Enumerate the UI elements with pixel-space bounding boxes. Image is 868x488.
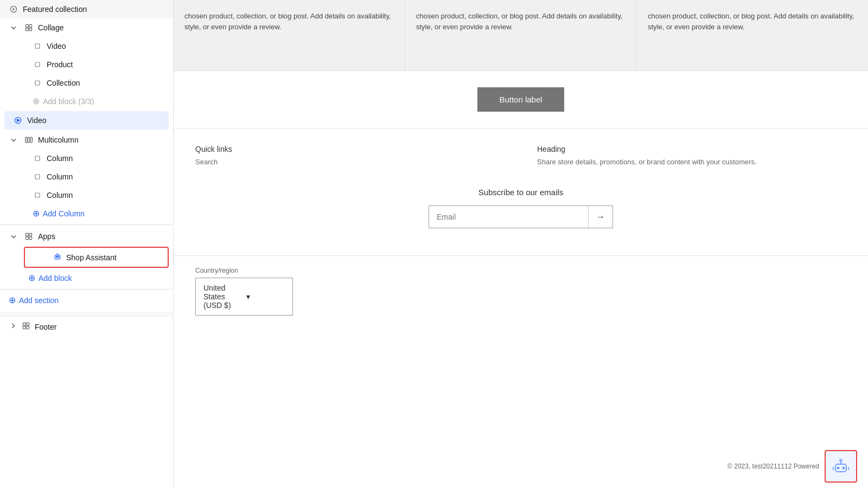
footer-label: Footer <box>35 323 56 331</box>
card-3: chosen product, collection, or blog post… <box>637 0 868 70</box>
svg-point-30 <box>840 459 842 461</box>
bracket-icon-col3 <box>33 190 42 200</box>
plus-circle-icon-block: ⊕ <box>28 273 35 283</box>
email-row: → <box>429 206 613 228</box>
sidebar-item-column1[interactable]: Column <box>0 149 173 168</box>
quick-links-heading: Quick links <box>195 145 505 153</box>
copyright-text: © 2023, test20211112 Powered <box>727 463 819 470</box>
main-content: chosen product, collection, or blog post… <box>174 0 868 488</box>
add-column-button[interactable]: ⊕ Add Column <box>0 204 173 222</box>
add-section-button[interactable]: ⊕ Add section <box>0 289 173 311</box>
svg-rect-14 <box>35 175 40 179</box>
bracket-icon-col2 <box>33 172 42 182</box>
svg-rect-13 <box>35 156 40 160</box>
footer-columns: Quick links Search Heading Share store d… <box>195 145 846 166</box>
svg-rect-23 <box>23 323 25 325</box>
svg-rect-19 <box>29 237 32 240</box>
button-label-btn[interactable]: Button label <box>477 87 564 112</box>
button-label-section: Button label <box>174 71 868 129</box>
svg-rect-24 <box>27 323 29 325</box>
robot-icon <box>53 252 62 262</box>
shop-assistant-label: Shop Assistant <box>66 253 117 262</box>
column1-label: Column <box>47 154 73 163</box>
svg-marker-9 <box>17 119 20 122</box>
heading-desc: Share store details, promotions, or bran… <box>537 158 846 166</box>
sidebar-item-product-child[interactable]: Product <box>0 55 173 74</box>
bracket-icon-collection <box>33 78 42 88</box>
svg-rect-26 <box>27 326 29 329</box>
svg-rect-2 <box>29 24 32 27</box>
sidebar-item-featured-collection[interactable]: Featured collection <box>0 0 173 18</box>
subscribe-title: Subscribe to our emails <box>195 188 846 197</box>
plus-circle-disabled-icon: ⊕ <box>33 96 40 106</box>
svg-rect-11 <box>28 137 29 143</box>
country-section: Country/region United States (USD $) ▾ <box>174 256 868 321</box>
svg-rect-6 <box>35 62 40 67</box>
plus-circle-icon-column: ⊕ <box>33 208 40 219</box>
svg-rect-1 <box>25 24 28 27</box>
svg-rect-4 <box>29 28 32 31</box>
circle-play-icon <box>13 115 23 125</box>
footer-content-section: Quick links Search Heading Share store d… <box>174 129 868 256</box>
svg-rect-16 <box>25 233 28 236</box>
cards-section: chosen product, collection, or blog post… <box>174 0 868 71</box>
svg-point-29 <box>843 467 845 470</box>
email-input[interactable] <box>429 206 588 228</box>
robot-widget[interactable] <box>825 450 857 483</box>
email-submit-button[interactable]: → <box>588 206 612 228</box>
chevron-down-icon <box>9 23 18 33</box>
sidebar: Featured collection Collage Video <box>0 0 174 488</box>
country-value: United States (USD $) <box>203 284 242 310</box>
sidebar-item-collection-child[interactable]: Collection <box>0 74 173 92</box>
chevron-down-icon-country: ▾ <box>246 292 285 301</box>
subscribe-section: Subscribe to our emails → <box>195 182 846 239</box>
sidebar-item-apps[interactable]: Apps <box>0 227 173 246</box>
sidebar-item-column3[interactable]: Column <box>0 186 173 204</box>
video-child-label: Video <box>47 42 66 50</box>
sidebar-item-multicolumn[interactable]: Multicolumn <box>0 131 173 149</box>
column2-label: Column <box>47 172 73 181</box>
grid-icon <box>24 23 34 33</box>
bracket-icon-video <box>33 41 42 51</box>
sidebar-item-collage[interactable]: Collage <box>0 18 173 37</box>
collection-child-label: Collection <box>47 79 80 87</box>
search-link[interactable]: Search <box>195 158 505 166</box>
svg-rect-10 <box>25 137 27 143</box>
copyright-bar: © 2023, test20211112 Powered <box>717 445 868 488</box>
sidebar-item-video-section[interactable]: Video <box>4 111 169 130</box>
add-block-button[interactable]: ⊕ Add block <box>0 269 173 287</box>
multicolumn-icon <box>24 135 34 145</box>
robot-widget-icon <box>831 457 851 476</box>
chevron-down-icon-multicolumn <box>9 135 18 145</box>
apps-grid-icon <box>24 232 34 241</box>
plus-circle-icon-section: ⊕ <box>9 295 16 305</box>
add-block-limit: ⊕ Add block (3/3) <box>0 92 173 110</box>
sidebar-item-column2[interactable]: Column <box>0 168 173 186</box>
svg-point-22 <box>58 256 59 258</box>
svg-rect-5 <box>35 44 40 48</box>
svg-rect-12 <box>30 137 32 143</box>
footer-col-heading: Heading Share store details, promotions,… <box>537 145 846 166</box>
sidebar-item-shop-assistant[interactable]: Shop Assistant <box>24 247 169 268</box>
video-section-label: Video <box>27 116 47 125</box>
collage-label: Collage <box>38 23 63 32</box>
column3-label: Column <box>47 191 73 200</box>
footer-grid-icon <box>22 322 30 332</box>
svg-rect-3 <box>25 28 28 31</box>
sidebar-item-video-child[interactable]: Video <box>0 37 173 55</box>
svg-rect-17 <box>29 233 32 236</box>
svg-rect-7 <box>35 81 40 85</box>
product-child-label: Product <box>47 60 73 69</box>
card-2: chosen product, collection, or blog post… <box>405 0 637 70</box>
heading-title: Heading <box>537 145 846 153</box>
star-icon <box>9 4 18 14</box>
chevron-down-icon-apps <box>9 232 18 241</box>
svg-rect-18 <box>25 237 28 240</box>
sidebar-item-footer[interactable]: Footer <box>0 316 173 337</box>
svg-point-21 <box>56 256 57 258</box>
multicolumn-label: Multicolumn <box>38 136 79 144</box>
country-label: Country/region <box>195 267 846 274</box>
card-1: chosen product, collection, or blog post… <box>174 0 405 70</box>
footer-col-quick-links: Quick links Search <box>195 145 505 166</box>
country-select[interactable]: United States (USD $) ▾ <box>195 278 293 316</box>
